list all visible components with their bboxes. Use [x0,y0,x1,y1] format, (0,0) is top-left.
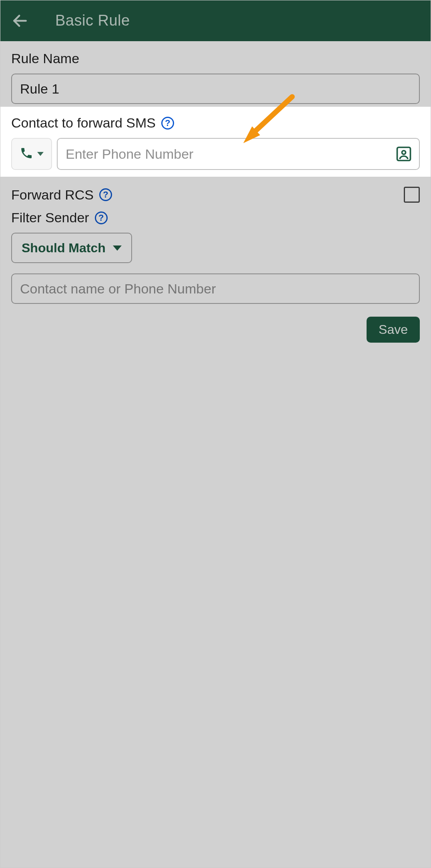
forward-rcs-checkbox[interactable] [404,187,420,203]
forward-rcs-section: Forward RCS ? [0,181,431,204]
phone-number-input[interactable] [66,146,395,162]
back-arrow-icon[interactable] [11,12,29,30]
save-button[interactable]: Save [367,317,420,343]
filter-sender-section: Filter Sender ? Should Match [0,204,431,305]
filter-match-value: Should Match [22,241,106,255]
rule-name-input[interactable] [11,74,420,104]
filter-sender-input[interactable] [11,273,420,304]
filter-match-dropdown[interactable]: Should Match [11,233,132,263]
forward-rcs-label: Forward RCS [11,187,94,203]
filter-sender-label: Filter Sender [11,210,89,225]
contact-forward-label-text: Contact to forward SMS [11,115,156,131]
help-icon[interactable]: ? [99,188,112,201]
chevron-down-icon [113,245,122,251]
contact-picker-icon[interactable] [395,145,413,163]
phone-icon [20,146,33,162]
app-header: Basic Rule [0,0,431,41]
rule-name-label: Rule Name [11,51,420,66]
actions-row: Save [0,305,431,343]
page-title: Basic Rule [55,12,130,29]
help-icon[interactable]: ? [95,212,108,224]
chevron-down-icon [37,152,44,156]
help-icon[interactable]: ? [161,117,174,130]
contact-forward-label: Contact to forward SMS ? [11,115,420,131]
svg-point-2 [402,151,405,154]
phone-input-container [57,138,420,170]
rule-name-section: Rule Name [0,41,431,106]
contact-forward-section: Contact to forward SMS ? [0,106,431,181]
forward-type-dropdown[interactable] [11,138,52,170]
